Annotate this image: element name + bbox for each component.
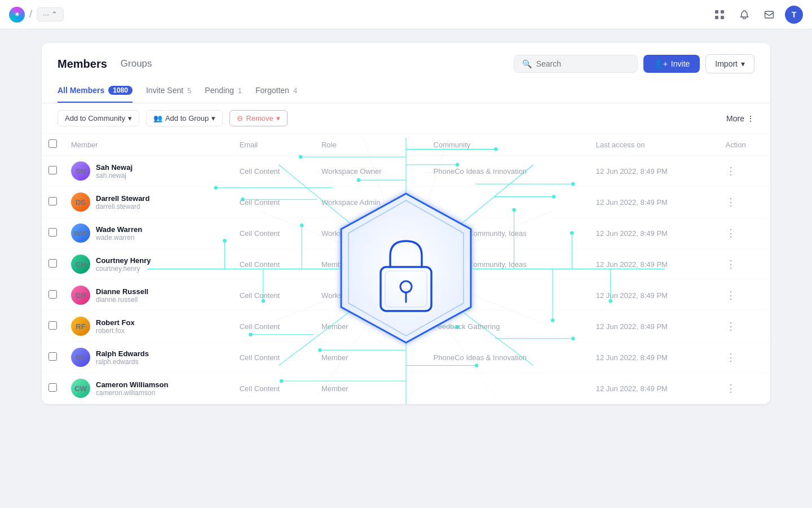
table-row: RE Ralph Edwards ralph.edwards Cell Cont… — [42, 342, 770, 373]
col-last-access: Last access on — [589, 134, 719, 156]
more-dots-icon: ⋮ — [747, 114, 754, 123]
row-checkbox-0[interactable] — [48, 166, 57, 174]
last-access-cell-0: 12 Jun 2022, 8:49 PM — [596, 167, 668, 176]
tab-all-members[interactable]: All Members 1080 — [58, 81, 133, 103]
avatar-1: DS — [71, 192, 90, 212]
action-menu-2[interactable]: ⋮ — [726, 227, 736, 239]
tab-invite-sent[interactable]: Invite Sent 5 — [146, 81, 191, 103]
row-checkbox-6[interactable] — [48, 352, 57, 361]
select-all-checkbox[interactable] — [48, 139, 57, 148]
svg-rect-3 — [721, 16, 724, 19]
community-cell-2: IdeaScale Community, Ideas — [434, 229, 527, 238]
tab-invite-sent-label: Invite Sent — [146, 86, 183, 95]
action-menu-7[interactable]: ⋮ — [726, 383, 736, 394]
add-to-community-button[interactable]: Add to Community ▾ — [58, 110, 139, 126]
action-menu-5[interactable]: ⋮ — [726, 321, 736, 332]
avatar-5: RF — [71, 317, 90, 336]
tab-pending-label: Pending — [205, 86, 233, 95]
member-name-4: Dianne Russell — [96, 287, 148, 296]
add-to-group-button[interactable]: 👥 Add to Group ▾ — [146, 110, 223, 126]
col-community: Community — [427, 134, 589, 156]
members-table: Member Email Role Community Last access … — [42, 134, 770, 404]
bell-icon — [739, 9, 750, 20]
action-menu-1[interactable]: ⋮ — [726, 196, 736, 208]
tab-forgotten[interactable]: Forgotten 4 — [255, 81, 297, 103]
member-name-0: Sah Newaj — [96, 163, 133, 172]
remove-chevron: ▾ — [276, 114, 280, 122]
community-cell-6: PhoneCo Ideas & Innovation — [434, 353, 527, 362]
breadcrumb-chevron: ⌃ — [51, 10, 58, 19]
tab-all-members-label: All Members — [58, 86, 104, 95]
member-name-1: Darrell Steward — [96, 194, 149, 203]
breadcrumb-separator: / — [29, 8, 32, 20]
header-left: Members Groups — [58, 58, 152, 71]
member-handle-3: courtney.henry — [96, 265, 151, 273]
role-cell-7: Member — [321, 384, 348, 393]
row-checkbox-5[interactable] — [48, 321, 57, 330]
table-row: WW Wade Warren wade.warren Cell Content … — [42, 218, 770, 249]
grid-icon-button[interactable] — [710, 6, 729, 24]
action-menu-0[interactable]: ⋮ — [726, 165, 736, 177]
member-handle-5: robert.fox — [96, 327, 135, 335]
row-checkbox-4[interactable] — [48, 290, 57, 299]
table-row: CW Cameron Williamson cameron.williamson… — [42, 373, 770, 404]
last-access-cell-3: 12 Jun 2022, 8:49 PM — [596, 260, 668, 269]
invite-button[interactable]: 👤+ Invite — [643, 55, 700, 73]
action-menu-4[interactable]: ⋮ — [726, 290, 736, 301]
member-handle-7: cameron.williamson — [96, 389, 168, 397]
action-menu-6[interactable]: ⋮ — [726, 352, 736, 363]
table-row: RF Robert Fox robert.fox Cell Content Me… — [42, 311, 770, 342]
table-row: CH Courtney Henry courtney.henry Cell Co… — [42, 249, 770, 280]
role-cell-3: Member — [321, 260, 348, 269]
email-cell-0: Cell Content — [240, 167, 280, 176]
remove-button[interactable]: ⊖ Remove ▾ — [230, 110, 287, 126]
groups-link[interactable]: Groups — [121, 58, 152, 69]
table-row: SN Sah Newaj sah.newaj Cell Content Work… — [42, 156, 770, 187]
remove-label: Remove — [246, 114, 273, 122]
row-checkbox-2[interactable] — [48, 228, 57, 237]
row-checkbox-1[interactable] — [48, 197, 57, 205]
tab-pending[interactable]: Pending 1 — [205, 81, 242, 103]
add-community-chevron: ▾ — [128, 114, 132, 122]
search-icon: 🔍 — [522, 59, 532, 68]
row-checkbox-3[interactable] — [48, 259, 57, 268]
member-info-0: SN Sah Newaj sah.newaj — [71, 161, 226, 181]
main-content: Members Groups 🔍 👤+ Invite Import ▾ — [28, 29, 784, 418]
member-info-1: DS Darrell Steward darrell.steward — [71, 192, 226, 212]
remove-icon: ⊖ — [237, 114, 243, 122]
member-info-6: RE Ralph Edwards ralph.edwards — [71, 348, 226, 367]
email-cell-2: Cell Content — [240, 229, 280, 238]
table-row: DS Darrell Steward darrell.steward Cell … — [42, 187, 770, 218]
email-cell-3: Cell Content — [240, 260, 280, 269]
add-community-label: Add to Community — [65, 114, 125, 122]
community-cell-0: PhoneCo Ideas & Innovation — [434, 167, 527, 176]
import-button[interactable]: Import ▾ — [705, 54, 754, 73]
role-cell-4: Workspace Admin — [321, 291, 381, 300]
search-input[interactable] — [536, 59, 629, 68]
members-title[interactable]: Members — [58, 58, 107, 71]
app-logo[interactable]: ✳ — [9, 7, 25, 23]
member-name-2: Wade Warren — [96, 225, 142, 234]
more-button[interactable]: More ⋮ — [726, 114, 754, 123]
email-cell-7: Cell Content — [240, 384, 280, 393]
member-name-7: Cameron Williamson — [96, 380, 168, 389]
bell-icon-button[interactable] — [735, 6, 753, 24]
community-cell-3: IdeaScale Community, Ideas — [434, 260, 527, 269]
user-avatar[interactable]: T — [785, 6, 803, 24]
tab-all-members-badge: 1080 — [108, 86, 133, 95]
mail-icon — [764, 9, 775, 20]
tabs-row: All Members 1080 Invite Sent 5 Pending 1… — [42, 73, 770, 103]
last-access-cell-1: 12 Jun 2022, 8:49 PM — [596, 198, 668, 207]
member-handle-1: darrell.steward — [96, 203, 149, 211]
grid-icon — [714, 9, 725, 20]
email-cell-1: Cell Content — [240, 198, 280, 207]
mail-icon-button[interactable] — [760, 6, 778, 24]
table-row: DR Dianne Russell dianne.russell Cell Co… — [42, 280, 770, 311]
row-checkbox-7[interactable] — [48, 383, 57, 392]
avatar-2: WW — [71, 224, 90, 243]
col-email: Email — [233, 134, 315, 156]
page-card: Members Groups 🔍 👤+ Invite Import ▾ — [42, 43, 770, 404]
community-cell-5: Feedback Gathering — [434, 322, 500, 331]
action-menu-3[interactable]: ⋮ — [726, 259, 736, 270]
breadcrumb[interactable]: ··· ⌃ — [37, 7, 64, 21]
